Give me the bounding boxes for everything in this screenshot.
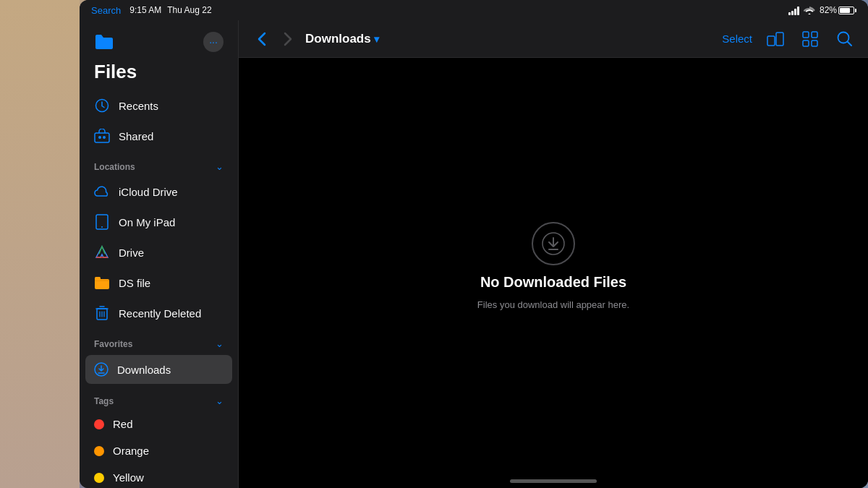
svg-rect-13 <box>812 32 817 38</box>
downloads-icon <box>94 362 109 377</box>
main-area: ··· Files Recents <box>80 20 868 488</box>
svg-point-16 <box>838 32 849 43</box>
svg-rect-10 <box>767 36 775 46</box>
select-button[interactable]: Select <box>722 33 752 45</box>
empty-title: No Downloaded Files <box>480 274 626 291</box>
current-folder-name: Downloads <box>305 32 371 46</box>
folder-chevron: ▾ <box>374 33 379 45</box>
svg-rect-1 <box>95 133 109 142</box>
svg-point-2 <box>98 136 101 139</box>
sidebar-item-icloud[interactable]: iCloud Drive <box>80 176 238 207</box>
sidebar: ··· Files Recents <box>80 20 239 488</box>
sidebar-item-dsfile[interactable]: DS file <box>80 267 238 298</box>
downloads-label: Downloads <box>117 364 171 376</box>
sidebar-item-drive[interactable]: Drive <box>80 237 238 267</box>
recents-label: Recents <box>119 100 158 112</box>
yellow-label: Yellow <box>113 471 144 484</box>
trash-icon <box>94 305 110 321</box>
status-left: Search 9:15 AM Thu Aug 22 <box>91 5 212 16</box>
status-day: Thu Aug 22 <box>167 5 211 15</box>
favorites-chevron[interactable]: ⌄ <box>216 338 224 349</box>
left-panel <box>0 0 80 488</box>
sidebar-more-btn[interactable]: ··· <box>203 32 224 52</box>
tags-section-header: Tags ⌄ <box>80 385 238 411</box>
favorites-section-header: Favorites ⌄ <box>80 328 238 354</box>
status-time: 9:15 AM <box>129 5 161 15</box>
toolbar: Downloads ▾ Select <box>239 20 868 58</box>
drive-icon <box>94 244 110 260</box>
sidebar-title-container: Files <box>80 61 238 90</box>
sidebar-item-downloads[interactable]: Downloads <box>85 355 232 384</box>
back-button[interactable] <box>250 27 273 51</box>
red-dot <box>94 419 104 429</box>
sidebar-item-shared[interactable]: Shared <box>80 121 238 151</box>
wifi-icon <box>804 6 815 14</box>
search-status-label[interactable]: Search <box>91 5 121 16</box>
status-right: 82% <box>788 5 856 15</box>
tags-chevron[interactable]: ⌄ <box>216 395 224 406</box>
shared-label: Shared <box>119 130 153 142</box>
search-button[interactable] <box>833 27 856 51</box>
orange-dot <box>94 446 104 456</box>
locations-label: Locations <box>94 162 135 172</box>
ipad-label: On My iPad <box>119 216 175 228</box>
svg-rect-15 <box>812 40 817 46</box>
folder-view-button[interactable] <box>764 27 787 51</box>
svg-rect-11 <box>776 33 783 46</box>
forward-button[interactable] <box>276 27 299 51</box>
battery-icon: 82% <box>820 5 856 15</box>
dsfile-label: DS file <box>119 277 150 289</box>
toolbar-nav <box>250 27 299 51</box>
battery-percentage: 82% <box>820 5 837 15</box>
empty-downloads-icon <box>532 222 575 265</box>
home-bar <box>510 479 597 483</box>
sidebar-item-ipad[interactable]: On My iPad <box>80 207 238 237</box>
signal-icon <box>788 5 799 15</box>
content-panel: Downloads ▾ Select <box>239 20 868 488</box>
shared-icon <box>94 128 110 144</box>
icloud-icon <box>94 184 110 200</box>
locations-chevron[interactable]: ⌄ <box>216 161 224 172</box>
grid-view-button[interactable] <box>799 27 822 51</box>
files-folder-icon <box>94 33 114 51</box>
yellow-dot <box>94 473 104 483</box>
battery-body <box>838 7 856 14</box>
sidebar-item-tag-red[interactable]: Red <box>80 411 238 437</box>
favorites-label: Favorites <box>94 339 132 349</box>
svg-point-5 <box>101 226 103 228</box>
icloud-label: iCloud Drive <box>119 186 178 198</box>
sidebar-header: ··· <box>80 20 238 61</box>
dsfile-icon <box>94 275 110 291</box>
svg-rect-7 <box>95 277 101 281</box>
red-label: Red <box>113 418 133 430</box>
home-indicator <box>239 474 868 488</box>
svg-point-3 <box>103 136 106 139</box>
toolbar-title[interactable]: Downloads ▾ <box>305 32 379 46</box>
status-bar: Search 9:15 AM Thu Aug 22 8 <box>80 0 868 20</box>
toolbar-actions: Select <box>722 27 856 51</box>
sidebar-item-tag-orange[interactable]: Orange <box>80 437 238 464</box>
sidebar-item-recently-deleted[interactable]: Recently Deleted <box>80 298 238 328</box>
ipad-frame: Search 9:15 AM Thu Aug 22 8 <box>80 0 868 488</box>
tags-label: Tags <box>94 396 114 406</box>
drive-label: Drive <box>119 247 144 259</box>
orange-label: Orange <box>113 445 149 457</box>
empty-state: No Downloaded Files Files you download w… <box>239 58 868 474</box>
recently-deleted-label: Recently Deleted <box>119 307 201 320</box>
recents-icon <box>94 98 110 114</box>
empty-subtitle: Files you download will appear here. <box>477 299 629 310</box>
svg-rect-12 <box>803 32 809 38</box>
sidebar-item-tag-yellow[interactable]: Yellow <box>80 464 238 488</box>
locations-section-header: Locations ⌄ <box>80 151 238 176</box>
sidebar-item-recents[interactable]: Recents <box>80 90 238 121</box>
ipad-icon <box>94 214 110 230</box>
sidebar-title: Files <box>94 61 137 82</box>
svg-rect-14 <box>803 40 809 46</box>
